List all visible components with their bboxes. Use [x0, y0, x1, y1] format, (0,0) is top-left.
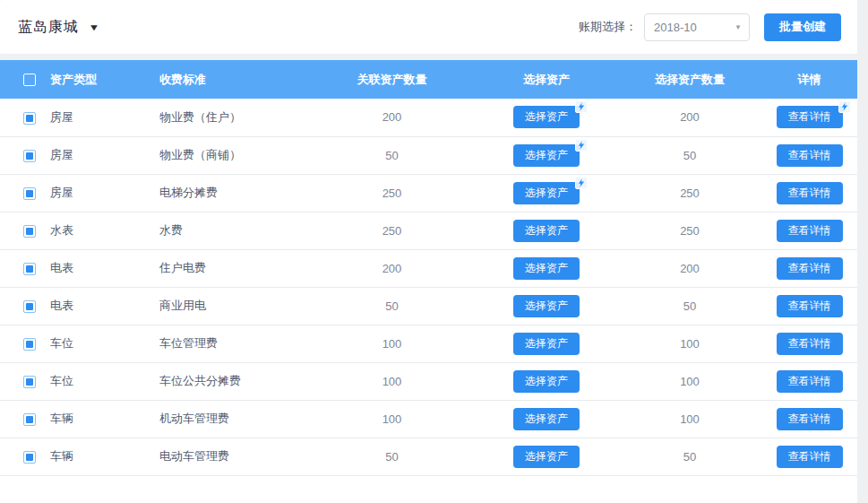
- select-all-checkbox[interactable]: [23, 74, 36, 86]
- asset-type-cell: 房屋: [50, 99, 159, 136]
- period-label: 账期选择：: [579, 19, 637, 35]
- fee-standard-cell: 电梯分摊费: [159, 174, 309, 212]
- assets-table: 资产类型 收费标准 关联资产数量 选择资产 选择资产数量 详情 房屋 物业费（住…: [0, 60, 857, 476]
- select-asset-button[interactable]: 选择资产: [513, 370, 580, 393]
- asset-type-cell: 车辆: [50, 400, 159, 438]
- checkbox-checked-mark: [26, 303, 33, 310]
- table-header-row: 资产类型 收费标准 关联资产数量 选择资产 选择资产数量 详情: [0, 60, 857, 99]
- linked-count-cell: 250: [309, 212, 475, 249]
- topbar: 蓝岛康城 ▼ 账期选择： 2018-10 ▼ 批量创建: [0, 0, 857, 54]
- checkbox-checked-mark: [26, 378, 33, 386]
- checkbox-checked-mark: [26, 152, 33, 160]
- checkbox-checked-mark: [26, 416, 33, 423]
- community-selector[interactable]: 蓝岛康城 ▼: [18, 18, 99, 37]
- select-asset-button[interactable]: 选择资产: [513, 106, 580, 128]
- selected-count-cell: 250: [618, 212, 761, 249]
- row-checkbox[interactable]: [23, 413, 36, 426]
- row-checkbox[interactable]: [23, 263, 36, 275]
- selected-count-cell: 50: [618, 438, 761, 475]
- view-detail-button[interactable]: 查看详情: [777, 408, 843, 430]
- period-select[interactable]: 2018-10 ▼: [644, 13, 750, 41]
- row-checkbox[interactable]: [23, 338, 36, 351]
- view-detail-button[interactable]: 查看详情: [777, 257, 843, 280]
- row-checkbox[interactable]: [23, 451, 36, 464]
- table-card: 资产类型 收费标准 关联资产数量 选择资产 选择资产数量 详情 房屋 物业费（住…: [0, 60, 857, 503]
- table-row: 房屋 物业费（商铺） 50 选择资产 50 查看详情: [0, 136, 857, 174]
- selected-count-cell: 250: [618, 174, 761, 212]
- row-checkbox[interactable]: [23, 187, 36, 200]
- select-asset-button[interactable]: 选择资产: [513, 333, 580, 355]
- lightning-cursor-artifact-icon: [838, 100, 851, 113]
- table-row: 电表 住户电费 200 选择资产 200 查看详情: [0, 249, 857, 287]
- view-detail-button[interactable]: 查看详情: [777, 333, 843, 355]
- table-row: 房屋 电梯分摊费 250 选择资产 250 查看详情: [0, 174, 857, 212]
- select-asset-button[interactable]: 选择资产: [513, 257, 580, 280]
- asset-type-cell: 电表: [50, 287, 159, 325]
- linked-count-cell: 100: [309, 325, 475, 362]
- asset-type-cell: 电表: [50, 249, 159, 287]
- fee-standard-cell: 商业用电: [159, 287, 309, 325]
- row-checkbox[interactable]: [23, 150, 36, 162]
- header-detail: 详情: [761, 60, 857, 99]
- view-detail-button[interactable]: 查看详情: [777, 295, 843, 317]
- table-row: 车位 车位管理费 100 选择资产 100 查看详情: [0, 325, 857, 362]
- fee-standard-cell: 物业费（住户）: [159, 99, 309, 136]
- linked-count-cell: 50: [309, 438, 475, 475]
- batch-create-button[interactable]: 批量创建: [764, 13, 841, 41]
- fee-standard-cell: 电动车管理费: [159, 438, 309, 475]
- header-selected-count: 选择资产数量: [618, 60, 761, 99]
- view-detail-button[interactable]: 查看详情: [777, 370, 843, 393]
- select-asset-button[interactable]: 选择资产: [513, 446, 580, 468]
- select-asset-button[interactable]: 选择资产: [513, 182, 580, 204]
- selected-count-cell: 200: [618, 249, 761, 287]
- table-row: 房屋 物业费（住户） 200 选择资产 200 查看详情: [0, 99, 857, 136]
- fee-standard-cell: 水费: [159, 212, 309, 249]
- asset-type-cell: 车辆: [50, 438, 159, 475]
- table-row: 电表 商业用电 50 选择资产 50 查看详情: [0, 287, 857, 325]
- selected-count-cell: 100: [618, 362, 761, 400]
- checkbox-checked-mark: [26, 265, 33, 273]
- checkbox-checked-mark: [26, 228, 33, 235]
- header-linked-count: 关联资产数量: [309, 60, 475, 99]
- selected-count-cell: 100: [618, 400, 761, 438]
- checkbox-checked-mark: [26, 190, 33, 197]
- select-asset-button[interactable]: 选择资产: [513, 220, 580, 242]
- row-checkbox[interactable]: [23, 112, 36, 125]
- lightning-cursor-artifact-icon: [575, 139, 588, 152]
- header-select-asset: 选择资产: [475, 60, 618, 99]
- table-row: 车辆 电动车管理费 50 选择资产 50 查看详情: [0, 438, 857, 475]
- view-detail-button[interactable]: 查看详情: [777, 220, 843, 242]
- row-checkbox[interactable]: [23, 225, 36, 238]
- fee-standard-cell: 车位管理费: [159, 325, 309, 362]
- topbar-right: 账期选择： 2018-10 ▼ 批量创建: [579, 13, 841, 41]
- linked-count-cell: 50: [309, 136, 475, 174]
- row-checkbox[interactable]: [23, 300, 36, 313]
- fee-standard-cell: 住户电费: [159, 249, 309, 287]
- select-caret-icon: ▼: [735, 23, 742, 31]
- linked-count-cell: 250: [309, 174, 475, 212]
- page: 蓝岛康城 ▼ 账期选择： 2018-10 ▼ 批量创建: [0, 0, 868, 503]
- view-detail-button[interactable]: 查看详情: [777, 182, 843, 204]
- chevron-down-icon[interactable]: ▼: [89, 22, 100, 32]
- lightning-cursor-artifact-icon: [575, 177, 588, 189]
- row-checkbox[interactable]: [23, 376, 36, 388]
- asset-type-cell: 车位: [50, 325, 159, 362]
- view-detail-button[interactable]: 查看详情: [777, 144, 843, 167]
- checkbox-checked-mark: [26, 341, 33, 348]
- lightning-cursor-artifact-icon: [575, 100, 588, 113]
- select-asset-button[interactable]: 选择资产: [513, 144, 580, 167]
- period-select-value: 2018-10: [654, 21, 697, 34]
- fee-standard-cell: 机动车管理费: [159, 400, 309, 438]
- fee-standard-cell: 车位公共分摊费: [159, 362, 309, 400]
- table-row: 水表 水费 250 选择资产 250 查看详情: [0, 212, 857, 249]
- select-asset-button[interactable]: 选择资产: [513, 408, 580, 430]
- view-detail-button[interactable]: 查看详情: [777, 446, 843, 468]
- checkbox-checked-mark: [26, 454, 33, 461]
- header-asset-type: 资产类型: [50, 60, 159, 99]
- community-name[interactable]: 蓝岛康城: [18, 18, 79, 37]
- selected-count-cell: 100: [618, 325, 761, 362]
- select-asset-button[interactable]: 选择资产: [513, 295, 580, 317]
- linked-count-cell: 200: [309, 249, 475, 287]
- selected-count-cell: 50: [618, 136, 761, 174]
- view-detail-button[interactable]: 查看详情: [777, 106, 843, 128]
